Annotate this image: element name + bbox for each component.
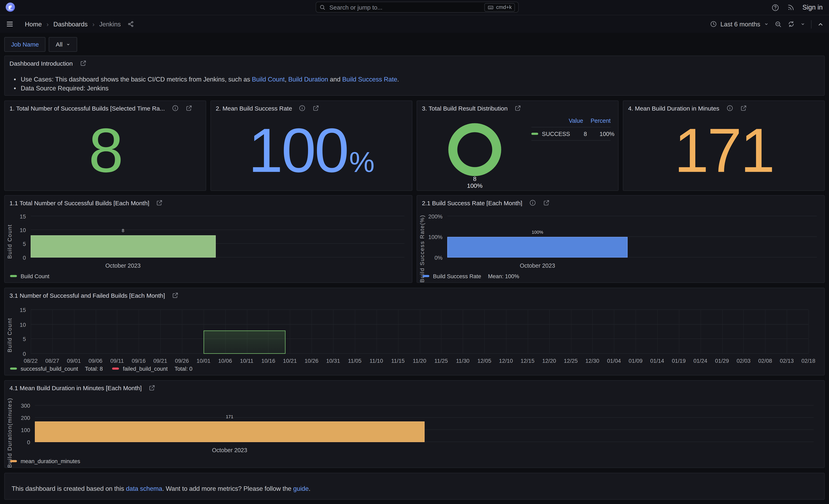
info-icon[interactable] [172,105,179,112]
grafana-dashboard: Search or jump to... cmd+k Sign in Home … [0,0,829,504]
external-link-icon[interactable] [514,105,521,112]
x-axis-label: October 2023 [212,447,247,453]
legend-item-failed-build-count[interactable]: failed_build_count Total: 0 [112,365,192,372]
sign-in-button[interactable]: Sign in [802,4,823,11]
refresh-icon[interactable] [788,21,795,28]
legend-item-mean-duration[interactable]: mean_duration_minutes [10,458,80,464]
shortcut-label: cmd+k [496,4,512,10]
external-link-icon[interactable] [156,200,163,206]
zoom-out-icon[interactable] [774,20,782,28]
dashboard-content: Job Name All Dashboard Introduction •Use… [0,33,829,504]
job-name-filter-value[interactable]: All [49,37,77,52]
y-tick-label: 100 [21,427,30,433]
chevron-down-icon[interactable] [800,22,805,27]
info-icon[interactable] [299,105,306,112]
intro-bullet-2: •Data Source Required: Jenkins [14,84,399,93]
legend-swatch [531,133,538,135]
x-tick-label: 01/29 [715,357,729,364]
time-range-picker[interactable]: Last 6 months [710,20,769,28]
x-tick-label: 11/25 [434,357,448,364]
donut-center-labels: 8 100% [448,176,501,189]
x-tick-label: 01/09 [629,357,643,364]
breadcrumb-separator: › [46,20,48,28]
y-axis-label: Build Count [6,318,12,352]
legend-col-value[interactable]: Value [569,117,583,124]
chart-legend: successful_build_count Total: 8 failed_b… [10,365,192,372]
dashboard-toolbar: Home › Dashboards › Jenkins Last 6 month… [0,15,829,33]
link-data-schema[interactable]: data schema [126,485,163,492]
donut-chart-success [448,123,501,176]
bar-build-success-rate [447,237,628,257]
info-icon[interactable] [726,105,733,112]
bar-mean-duration [35,421,424,442]
help-icon[interactable] [771,3,779,11]
link-build-count[interactable]: Build Count [252,76,285,83]
x-axis-label: October 2023 [105,262,141,269]
x-tick-label: 09/06 [88,357,102,364]
external-link-icon[interactable] [185,105,192,112]
external-link-icon[interactable] [172,292,179,299]
panel-title: 2.1 Build Success Rate [Each Month] [422,200,522,206]
legend-item-build-success-rate[interactable]: Build Success Rate Mean: 100% [423,273,519,279]
x-tick-label: 10/31 [326,357,340,364]
breadcrumb: Home › Dashboards › Jenkins [6,15,135,33]
legend-item-successful-build-count[interactable]: successful_build_count Total: 8 [10,365,103,372]
chart-legend: Build Count [10,273,49,279]
legend-col-percent[interactable]: Percent [591,117,611,124]
info-icon[interactable] [529,200,536,206]
job-name-value: All [56,41,62,47]
x-tick-label: 10/06 [218,357,232,364]
y-tick-label: 15 [20,213,26,219]
stat-value: 171 [674,119,773,181]
plot-area: 15 10 5 0 08/2208/2709/0109/0609/1109/16… [31,310,808,354]
x-tick-label: 02/03 [736,357,750,364]
external-link-icon[interactable] [148,385,155,391]
panel-build-result-distribution: 3. Total Build Result Distribution 8 100… [417,100,618,191]
stat-value: 8 [88,119,122,181]
x-tick-label: 01/04 [607,357,621,364]
legend-swatch [112,367,119,369]
chart-legend: mean_duration_minutes [10,458,80,464]
panel-title: Dashboard Introduction [9,60,73,66]
external-link-icon[interactable] [543,200,550,206]
intro-bullet-1: •Use Cases: This dashboard shows the bas… [14,75,399,84]
legend-swatch [423,275,429,277]
rss-icon[interactable] [787,4,794,11]
breadcrumb-separator: › [93,20,95,28]
y-tick-label: 0 [23,254,26,261]
breadcrumb-home[interactable]: Home [25,20,42,28]
legend-row-success[interactable]: SUCCESS 8 100% [531,128,611,140]
link-guide[interactable]: guide [293,485,309,492]
plot-area: 300 200 100 0 171 October 2023 [35,397,814,442]
x-tick-label: 02/13 [780,357,794,364]
y-tick-label: 100% [428,234,442,240]
search-input[interactable]: Search or jump to... cmd+k [316,2,518,13]
search-icon [319,4,326,10]
panel-mean-build-success-rate: 2. Mean Build Success Rate 100 % [211,100,412,191]
external-link-icon[interactable] [80,60,86,67]
x-tick-label: 12/30 [585,357,599,364]
link-build-success-rate[interactable]: Build Success Rate [342,76,397,83]
panel-title: 4.1 Mean Build Duration in Minutes [Each… [9,385,142,391]
panel-title: 4. Mean Build Duration in Minutes [628,105,719,111]
external-link-icon[interactable] [313,105,320,112]
x-tick-label: 12/20 [542,357,556,364]
panel-title: 2. Mean Build Success Rate [216,105,292,111]
breadcrumb-dashboards[interactable]: Dashboards [53,20,87,28]
chevron-up-icon[interactable] [818,21,824,27]
toolbar-divider [811,20,812,29]
link-build-duration[interactable]: Build Duration [288,76,328,83]
x-tick-label: 11/30 [456,357,469,364]
x-axis-label: October 2023 [520,262,555,269]
panel-title: 1.1 Total Number of Successful Builds [E… [9,200,149,206]
share-icon[interactable] [128,21,135,28]
y-tick-label: 10 [20,321,26,328]
y-axis-label: Build Duration(minutes) [6,398,12,468]
x-tick-label: 09/21 [153,357,167,364]
panel-chart-build-success-rate-monthly: 2.1 Build Success Rate [Each Month] Buil… [417,195,825,283]
legend-item-build-count[interactable]: Build Count [10,273,49,279]
external-link-icon[interactable] [740,105,747,112]
grafana-logo[interactable] [5,2,15,12]
panel-footer-note: This dashboard is created based on this … [4,473,825,500]
menu-icon[interactable] [6,20,14,28]
